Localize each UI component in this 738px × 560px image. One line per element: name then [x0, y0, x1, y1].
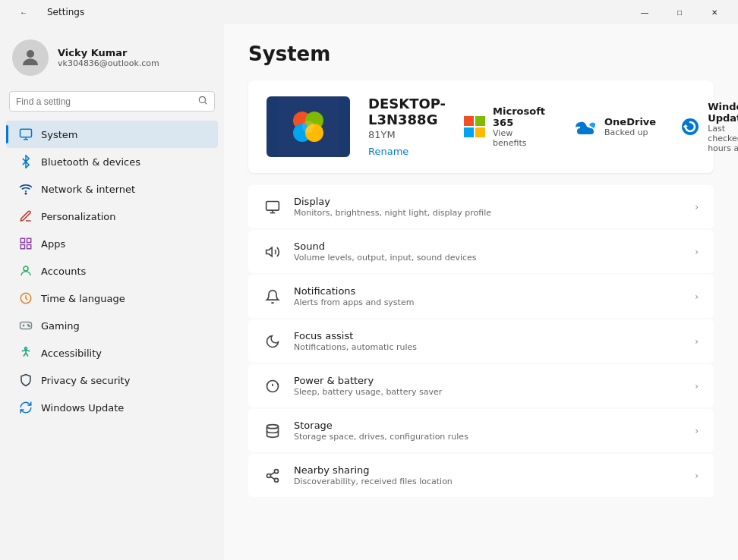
accessibility-nav-icon	[18, 345, 33, 360]
sidebar-item-accounts[interactable]: Accounts	[6, 257, 218, 285]
close-button[interactable]: ✕	[697, 0, 732, 24]
svg-line-43	[270, 472, 275, 474]
page-title: System	[248, 42, 714, 65]
storage-icon	[263, 422, 282, 440]
display-text: Display Monitors, brightness, night ligh…	[294, 196, 683, 218]
titlebar-controls: — □ ✕	[627, 0, 732, 24]
sidebar-item-label-gaming: Gaming	[41, 320, 80, 332]
windows-update-icon	[680, 115, 700, 139]
device-name: DESKTOP-L3N388G	[368, 96, 446, 127]
user-section[interactable]: Vicky Kumar vk304836@outlook.com	[0, 30, 224, 88]
focus-assist-chevron: ›	[695, 336, 699, 347]
notifications-chevron: ›	[695, 291, 699, 302]
notifications-desc: Alerts from apps and system	[294, 297, 683, 307]
svg-rect-9	[27, 245, 31, 249]
sound-chevron: ›	[695, 247, 699, 257]
apps-nav-icon	[18, 236, 33, 251]
settings-item-focus-assist[interactable]: Focus assist Notifications, automatic ru…	[248, 319, 714, 363]
storage-text: Storage Storage space, drives, configura…	[294, 420, 683, 442]
microsoft365-info: Microsoft 365 View benefits	[493, 105, 548, 148]
settings-item-sound[interactable]: Sound Volume levels, output, input, soun…	[248, 230, 714, 273]
settings-item-power-battery[interactable]: Power & battery Sleep, battery usage, ba…	[248, 364, 714, 407]
settings-item-storage[interactable]: Storage Storage space, drives, configura…	[248, 409, 714, 452]
settings-item-notifications[interactable]: Notifications Alerts from apps and syste…	[248, 275, 714, 318]
main-window: Vicky Kumar vk304836@outlook.com System …	[0, 24, 738, 560]
device-services: Microsoft 365 View benefits OneDrive	[464, 101, 738, 153]
svg-rect-26	[475, 116, 485, 126]
svg-point-17	[29, 326, 30, 327]
sidebar-item-update[interactable]: Windows Update	[6, 394, 218, 421]
svg-point-6	[25, 193, 27, 194]
sidebar-item-system[interactable]: System	[6, 121, 218, 148]
display-desc: Monitors, brightness, night light, displ…	[294, 208, 683, 218]
sidebar-item-personalization[interactable]: Personalization	[6, 203, 218, 230]
sound-desc: Volume levels, output, input, sound devi…	[294, 253, 683, 263]
privacy-nav-icon	[18, 373, 33, 388]
sidebar: Vicky Kumar vk304836@outlook.com System …	[0, 24, 224, 560]
svg-rect-28	[475, 127, 485, 137]
titlebar: ← Settings — □ ✕	[0, 0, 738, 24]
minimize-button[interactable]: —	[627, 0, 662, 24]
notifications-title: Notifications	[294, 285, 683, 297]
user-email: vk304836@outlook.com	[58, 58, 159, 68]
svg-point-39	[275, 469, 279, 473]
sidebar-item-label-apps: Apps	[41, 238, 65, 250]
nearby-sharing-text: Nearby sharing Discoverability, received…	[294, 464, 683, 486]
search-input[interactable]	[16, 96, 193, 107]
nearby-sharing-desc: Discoverability, received files location	[294, 477, 683, 486]
sound-icon	[263, 243, 282, 261]
sidebar-item-time[interactable]: Time & language	[6, 285, 218, 312]
focus-assist-title: Focus assist	[294, 330, 683, 341]
avatar	[12, 39, 49, 76]
power-battery-desc: Sleep, battery usage, battery saver	[294, 387, 683, 397]
personalization-nav-icon	[18, 209, 33, 224]
service-windows-update: Windows Update Last checked: 2 hours ago	[680, 101, 738, 153]
svg-line-2	[205, 102, 207, 105]
back-button[interactable]: ←	[6, 0, 41, 24]
svg-point-38	[267, 424, 279, 428]
display-chevron: ›	[695, 202, 699, 212]
sidebar-item-privacy[interactable]: Privacy & security	[6, 367, 218, 394]
power-battery-icon	[263, 377, 282, 395]
bluetooth-nav-icon	[18, 154, 33, 169]
sidebar-item-bluetooth[interactable]: Bluetooth & devices	[6, 148, 218, 175]
microsoft365-name: Microsoft 365	[493, 105, 548, 128]
svg-rect-25	[464, 116, 474, 126]
svg-rect-8	[27, 238, 31, 242]
settings-item-nearby-sharing[interactable]: Nearby sharing Discoverability, received…	[248, 454, 714, 497]
sidebar-item-label-network: Network & internet	[41, 184, 135, 195]
power-battery-text: Power & battery Sleep, battery usage, ba…	[294, 375, 683, 397]
windows-update-info: Windows Update Last checked: 2 hours ago	[708, 101, 738, 153]
svg-point-11	[24, 266, 28, 271]
svg-point-24	[302, 121, 314, 133]
titlebar-left: ← Settings	[6, 0, 84, 24]
sidebar-item-gaming[interactable]: Gaming	[6, 312, 218, 339]
maximize-button[interactable]: □	[662, 0, 697, 24]
device-model: 81YM	[368, 129, 446, 140]
onedrive-info: OneDrive Backed up	[604, 116, 656, 137]
user-info: Vicky Kumar vk304836@outlook.com	[58, 47, 159, 68]
sidebar-item-apps[interactable]: Apps	[6, 230, 218, 257]
nearby-sharing-title: Nearby sharing	[294, 464, 683, 476]
update-nav-icon	[18, 400, 33, 415]
settings-item-display[interactable]: Display Monitors, brightness, night ligh…	[248, 185, 714, 228]
sidebar-item-label-privacy: Privacy & security	[41, 375, 130, 386]
svg-rect-7	[20, 238, 24, 242]
focus-assist-desc: Notifications, automatic rules	[294, 342, 683, 352]
rename-link[interactable]: Rename	[368, 146, 408, 157]
svg-rect-10	[20, 245, 24, 249]
nav-list: System Bluetooth & devices Network & int…	[0, 121, 224, 421]
system-nav-icon	[18, 127, 33, 142]
device-preview	[266, 96, 350, 157]
sidebar-item-network[interactable]: Network & internet	[6, 175, 218, 203]
svg-rect-27	[464, 127, 474, 137]
sound-text: Sound Volume levels, output, input, soun…	[294, 241, 683, 263]
sidebar-item-label-time: Time & language	[41, 293, 125, 304]
svg-point-18	[25, 348, 27, 350]
back-icon: ←	[20, 8, 27, 17]
sidebar-item-label-personalization: Personalization	[41, 211, 116, 222]
sidebar-item-accessibility[interactable]: Accessibility	[6, 339, 218, 367]
search-box[interactable]	[9, 91, 215, 112]
onedrive-status: Backed up	[604, 127, 656, 137]
svg-rect-31	[266, 201, 279, 210]
